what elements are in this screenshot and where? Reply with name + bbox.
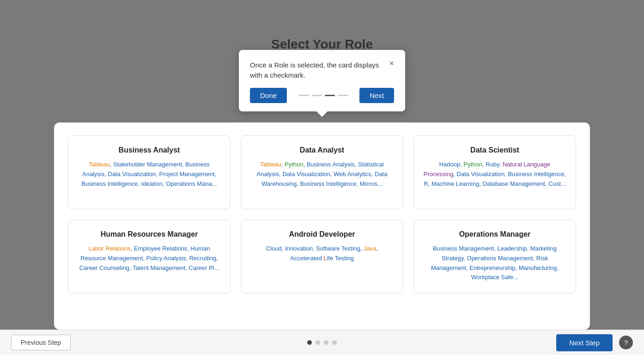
role-card-skills: Hadoop, Python, Ruby, Natural Language P… xyxy=(423,160,566,189)
role-card-title: Data Analyst xyxy=(250,146,394,154)
role-card-title: Data Scientist xyxy=(423,146,566,154)
role-card-title: Human Resources Manager xyxy=(78,230,221,239)
tooltip-popup: Once a Role is selected, the card displa… xyxy=(239,50,405,111)
role-card-skills: Business Management, Leadership, Marketi… xyxy=(423,244,566,282)
role-card-business-analyst[interactable]: Business Analyst Tableau, Stakeholder Ma… xyxy=(68,135,231,209)
tooltip-text: Once a Role is selected, the card displa… xyxy=(250,60,389,80)
pagination-dot-3 xyxy=(324,340,328,345)
role-card-title: Android Developer xyxy=(250,230,394,239)
role-card-operations-manager[interactable]: Operations Manager Business Management, … xyxy=(413,220,576,294)
pagination-dot-4 xyxy=(332,340,337,345)
pagination-dot-1 xyxy=(307,340,312,345)
tooltip-done-button[interactable]: Done xyxy=(250,88,287,103)
pagination-dots xyxy=(307,340,337,345)
role-card-android-developer[interactable]: Android Developer Cloud, Innovation, Sof… xyxy=(241,220,403,294)
tooltip-dot-2 xyxy=(312,95,322,96)
role-grid: Business Analyst Tableau, Stakeholder Ma… xyxy=(68,135,576,294)
tooltip-progress-dots xyxy=(299,95,348,96)
previous-step-button[interactable]: Previous Step xyxy=(11,335,71,350)
tooltip-dot-3 xyxy=(325,95,335,96)
role-card-title: Business Analyst xyxy=(78,146,221,154)
role-card-data-scientist[interactable]: Data Scientist Hadoop, Python, Ruby, Nat… xyxy=(413,135,576,209)
tooltip-close-button[interactable]: × xyxy=(389,59,394,67)
tooltip-header: Once a Role is selected, the card displa… xyxy=(250,60,394,80)
role-card-skills: Labor Relations, Employee Relations, Hum… xyxy=(78,244,221,273)
pagination-dot-2 xyxy=(316,340,320,345)
tooltip-next-button[interactable]: Next xyxy=(359,88,394,103)
role-card-skills: Cloud, Innovation, Software Testing, Jav… xyxy=(250,244,394,263)
bottom-right-actions: Next Step ? xyxy=(556,334,633,351)
tooltip-dot-1 xyxy=(299,95,309,96)
role-card-skills: Tableau, Stakeholder Management, Busines… xyxy=(78,160,221,189)
role-card-hr-manager[interactable]: Human Resources Manager Labor Relations,… xyxy=(68,220,231,294)
next-step-button[interactable]: Next Step xyxy=(556,334,613,351)
help-button[interactable]: ? xyxy=(619,336,633,349)
role-card-data-analyst[interactable]: Data Analyst Tableau, Python, Business A… xyxy=(241,135,403,209)
bottom-bar: Previous Step Next Step ? xyxy=(0,330,644,355)
role-card-title: Operations Manager xyxy=(423,230,566,239)
role-card-skills: Tableau, Python, Business Analysis, Stat… xyxy=(250,160,394,189)
main-panel: Business Analyst Tableau, Stakeholder Ma… xyxy=(54,122,590,330)
tooltip-dot-4 xyxy=(338,95,348,96)
tooltip-footer: Done Next xyxy=(250,88,394,103)
